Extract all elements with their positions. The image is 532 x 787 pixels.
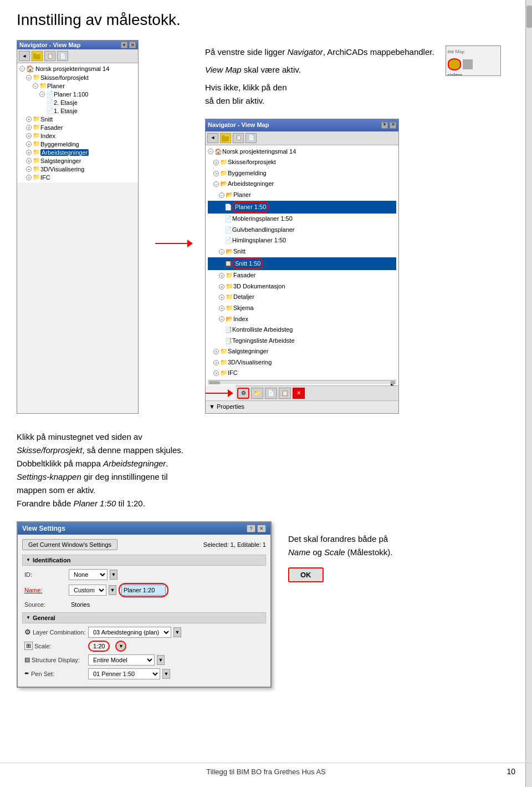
page-icon-snitt: 🔲 [224, 259, 232, 269]
id-dropdown-arrow[interactable]: ▼ [110, 570, 117, 580]
expand-icon[interactable]: + [219, 284, 224, 290]
tree-label: Norsk prosjekteringsmal 14 [35, 65, 109, 72]
nav-bottom-area: ⚙ 📁 📄 📋 ✕ [206, 385, 398, 400]
collapse-icon[interactable]: − [219, 192, 224, 198]
tree-label: IFC [228, 368, 238, 378]
scale-value-highlighted: 1:20 [88, 641, 110, 652]
ok-button[interactable]: OK [288, 567, 324, 582]
open-folder-btn[interactable]: 📁 [251, 388, 263, 399]
expand-icon[interactable]: + [26, 166, 32, 172]
structure-select[interactable]: Entire Model [88, 654, 155, 666]
expand-icon[interactable]: + [26, 133, 32, 139]
tree-label: Salgstegninger [228, 347, 268, 357]
nav-scrollbar-thumb[interactable] [526, 6, 532, 28]
settings-btn[interactable]: ⚙ [237, 388, 249, 399]
layer-dropdown-arrow[interactable]: ▼ [173, 627, 181, 637]
nav-pin-btn-small[interactable]: ▼ [121, 42, 127, 48]
collapse-icon[interactable]: − [213, 181, 219, 187]
collapse-icon[interactable]: − [26, 75, 32, 80]
tree-label: Planer 1:100 [54, 91, 88, 98]
expand-icon[interactable]: + [213, 370, 219, 376]
snippet-icons [448, 58, 499, 70]
hscroll-thumb[interactable] [209, 381, 220, 384]
expand-icon[interactable]: + [213, 160, 219, 165]
nav-pin-btn-large[interactable]: ▼ [381, 122, 388, 129]
nav-hscrollbar[interactable]: ▶ [208, 380, 396, 384]
nav-vscrollbar[interactable] [525, 0, 532, 787]
name-select[interactable]: Custom [69, 585, 106, 596]
dialog-title: View Settings [22, 525, 65, 532]
layer-label: Layer Combination: [33, 629, 85, 636]
id-select[interactable]: None [69, 569, 108, 580]
nav-tool2[interactable]: 📋 [44, 51, 55, 61]
nav-titlebar-buttons-small: ▼ ✕ [121, 42, 136, 48]
nav-close-btn-large[interactable]: ✕ [390, 122, 396, 129]
expand-icon[interactable]: + [26, 158, 32, 164]
nav-tool-large3[interactable]: 📄 [245, 133, 257, 143]
expand-icon[interactable]: + [213, 171, 219, 176]
expand-icon[interactable]: + [213, 349, 219, 354]
expand-icon[interactable]: + [26, 125, 32, 130]
delete-btn[interactable]: ✕ [293, 388, 305, 399]
source-control: Stories [69, 600, 264, 609]
layer-select[interactable]: 03 Arbeidstegning (plan) [88, 627, 171, 638]
expand-icon[interactable]: + [219, 295, 224, 300]
tree-item: + 📁 Snitt [19, 115, 136, 123]
tree-item: + 📁 Byggemelding [208, 168, 396, 179]
nav-back-btn-large[interactable]: ◄ [207, 133, 218, 143]
collapse-icon[interactable]: − [219, 316, 224, 322]
expand-icon[interactable]: + [213, 360, 219, 365]
nav-title-large: Navigator - View Map [208, 120, 269, 130]
dialog-help-btn[interactable]: ? [247, 525, 255, 532]
page-icon: 📄 [46, 90, 54, 98]
nav-close-btn-small[interactable]: ✕ [129, 42, 136, 48]
tree-item: + 📁 Fasader [208, 270, 396, 281]
nav-description: På venstre side ligger Navigator, ArchiC… [205, 45, 434, 59]
structure-dropdown-arrow[interactable]: ▼ [157, 655, 165, 665]
tree-item: 📄 2. Etasje [19, 98, 136, 106]
expand-icon[interactable]: + [219, 306, 224, 311]
name-dropdown-arrow[interactable]: ▼ [109, 585, 116, 595]
dialog-body: Get Current Window's Settings Selected: … [18, 535, 270, 687]
nav-folder-btn[interactable] [32, 51, 43, 61]
nav-tool-large2[interactable]: 📋 [233, 133, 244, 143]
nav-back-btn[interactable]: ◄ [19, 51, 30, 61]
page-icon: 📄 [224, 202, 232, 212]
pen-dropdown-arrow[interactable]: ▼ [162, 669, 170, 679]
nav-folder-btn-large[interactable] [220, 133, 231, 143]
expand-icon[interactable]: − [208, 149, 213, 154]
copy-btn[interactable]: 📋 [279, 388, 291, 399]
name-input[interactable] [121, 585, 166, 596]
nav-tool3[interactable]: 📄 [57, 51, 68, 61]
get-current-settings-btn[interactable]: Get Current Window's Settings [22, 539, 117, 550]
collapse-icon[interactable]: − [219, 249, 224, 255]
structure-row: ▤ Structure Display: Entire Model ▼ [22, 654, 266, 666]
tree-item: + 📁 Skisse/forprosjekt [208, 157, 396, 168]
expand-icon[interactable]: + [26, 116, 32, 122]
collapse-icon[interactable]: − [33, 83, 38, 89]
tree-item: 📄 Himlingsplaner 1:50 [208, 235, 396, 246]
expand-icon[interactable]: + [26, 141, 32, 147]
new-doc-btn[interactable]: 📄 [265, 388, 277, 399]
tree-label: Fasader [233, 271, 255, 281]
tree-label-highlighted: Planer 1:50 [232, 201, 269, 214]
tree-item: − 📁 Planer [19, 82, 136, 90]
tree-item-highlighted[interactable]: + 📁 Arbeidstegninger [19, 148, 136, 156]
dialog-close-btn[interactable]: ✕ [257, 525, 266, 532]
properties-bar: ▼ Properties [206, 400, 398, 413]
view-settings-section: View Settings ? ✕ Get Current Window's S… [17, 521, 515, 688]
expand-icon[interactable]: + [219, 273, 224, 278]
collapse-icon[interactable]: − [19, 66, 25, 72]
scale-dropdown-btn[interactable]: ▼ [115, 641, 126, 652]
hscroll-right[interactable]: ▶ [391, 381, 395, 384]
folder-icon-open: 📂 [226, 247, 233, 257]
tree-item-planer-150[interactable]: 📄 Planer 1:50 [208, 201, 396, 214]
name-italic: Name [288, 547, 310, 557]
tree-item: + 📁 Detaljer [208, 292, 396, 303]
tree-item-snitt-150[interactable]: 🔲 Snitt 1:50 [208, 257, 396, 271]
collapse-icon[interactable]: − [39, 92, 45, 97]
expand-icon[interactable]: + [26, 175, 32, 180]
expand-icon[interactable]: + [26, 150, 32, 155]
pen-select[interactable]: 01 Penner 1:50 [88, 668, 160, 679]
tree-item: 📄 1. Etasje [19, 106, 136, 115]
